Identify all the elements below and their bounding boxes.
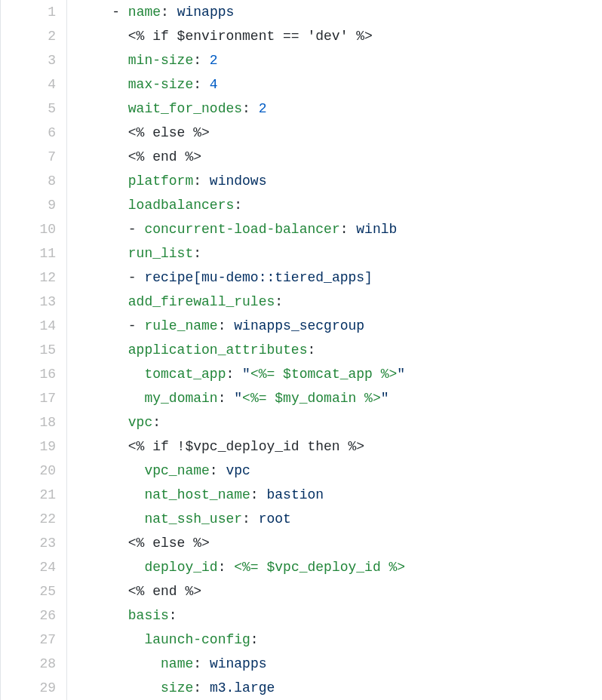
line-number: 8 <box>1 169 56 193</box>
code-token <box>250 511 259 527</box>
code-token <box>79 463 144 478</box>
code-line[interactable]: add_firewall_rules: <box>79 290 602 314</box>
code-token: : <box>250 487 259 502</box>
code-line[interactable]: - name: winapps <box>79 0 602 24</box>
line-number: 16 <box>1 362 56 386</box>
line-number: 17 <box>1 386 56 410</box>
code-line[interactable]: application_attributes: <box>79 338 602 362</box>
code-token: - <box>128 318 137 333</box>
code-viewer: 1234567891011121314151617181920212223242… <box>0 0 602 700</box>
code-token <box>79 246 128 261</box>
code-token: : <box>218 318 226 333</box>
code-token: <%= $vpc_deploy_id %> <box>234 560 405 575</box>
code-token <box>201 53 210 68</box>
code-token <box>349 222 357 237</box>
line-number: 2 <box>1 24 56 48</box>
code-line[interactable]: <% if !$vpc_deploy_id then %> <box>79 434 602 459</box>
code-line[interactable]: run_list: <box>79 241 602 266</box>
line-number: 14 <box>1 314 56 338</box>
code-line[interactable]: nat_host_name: bastion <box>79 483 602 507</box>
code-line[interactable]: launch-config: <box>79 628 602 652</box>
code-token: : <box>193 680 201 695</box>
code-token: run_list <box>128 246 193 261</box>
code-line[interactable]: my_domain: "<%= $my_domain %>" <box>79 386 602 410</box>
code-token: " <box>397 367 405 382</box>
code-token: : <box>169 608 177 623</box>
code-line[interactable]: - concurrent-load-balancer: winlb <box>79 217 602 241</box>
code-token: : <box>242 511 250 527</box>
code-token: : <box>193 656 201 671</box>
line-number: 20 <box>1 459 56 483</box>
code-token: : <box>234 198 242 213</box>
code-token <box>79 5 112 20</box>
code-line[interactable]: vpc_name: vpc <box>79 459 602 483</box>
code-line[interactable]: basis: <box>79 603 602 628</box>
code-token: vpc <box>128 415 152 430</box>
code-token: platform <box>128 173 193 189</box>
code-line[interactable]: <% end %> <box>79 145 602 169</box>
code-line[interactable]: deploy_id: <%= $vpc_deploy_id %> <box>79 555 602 579</box>
code-line[interactable]: - rule_name: winapps_secgroup <box>79 314 602 338</box>
code-line[interactable]: platform: windows <box>79 169 602 193</box>
code-line[interactable]: min-size: 2 <box>79 48 602 72</box>
code-line[interactable]: wait_for_nodes: 2 <box>79 97 602 121</box>
code-token: winapps_secgroup <box>234 318 364 333</box>
code-line[interactable]: size: m3.large <box>79 676 602 700</box>
code-token <box>201 656 210 671</box>
code-token: vpc <box>226 463 250 478</box>
line-number: 26 <box>1 603 56 628</box>
code-line[interactable]: <% if $environment == 'dev' %> <box>79 24 602 48</box>
code-token: loadbalancers <box>128 198 234 213</box>
code-token <box>79 511 144 527</box>
line-number: 25 <box>1 579 56 603</box>
code-token <box>79 391 144 406</box>
code-line[interactable]: nat_ssh_user: root <box>79 507 602 531</box>
code-token: rule_name <box>144 318 217 333</box>
code-token <box>137 318 145 333</box>
code-token: add_firewall_rules <box>128 294 275 309</box>
code-token: : <box>340 222 349 237</box>
code-line[interactable]: <% end %> <box>79 579 602 603</box>
code-token <box>234 367 242 382</box>
line-number: 29 <box>1 676 56 700</box>
code-token: max-size <box>128 77 193 92</box>
code-token: : <box>250 632 259 647</box>
code-line[interactable]: <% else %> <box>79 531 602 555</box>
code-token <box>79 101 128 116</box>
code-token: <% else %> <box>128 536 210 551</box>
code-line[interactable]: max-size: 4 <box>79 72 602 97</box>
code-line[interactable]: tomcat_app: "<%= $tomcat_app %>" <box>79 362 602 386</box>
code-token <box>79 487 144 502</box>
code-token <box>79 415 128 430</box>
code-token <box>79 367 144 382</box>
code-token: : <box>152 415 161 430</box>
code-token: 4 <box>210 77 218 92</box>
code-token <box>79 29 128 44</box>
code-token: winapps <box>210 656 267 671</box>
line-number: 4 <box>1 72 56 97</box>
line-number: 19 <box>1 434 56 459</box>
code-token: tomcat_app <box>144 367 226 382</box>
code-token: - <box>112 5 120 20</box>
code-line[interactable]: name: winapps <box>79 652 602 676</box>
line-number: 11 <box>1 241 56 266</box>
code-token: root <box>259 511 291 527</box>
code-line[interactable]: - recipe[mu-demo::tiered_apps] <box>79 266 602 290</box>
code-line[interactable]: vpc: <box>79 410 602 434</box>
code-token: winlb <box>356 222 397 237</box>
code-line[interactable]: loadbalancers: <box>79 193 602 217</box>
line-number: 24 <box>1 555 56 579</box>
code-token: winapps <box>177 5 235 20</box>
code-token <box>201 77 210 92</box>
code-line[interactable]: <% else %> <box>79 121 602 145</box>
line-number: 5 <box>1 97 56 121</box>
code-token: bastion <box>266 487 324 502</box>
code-token: <%= $tomcat_app %> <box>250 367 397 382</box>
line-number: 22 <box>1 507 56 531</box>
code-token: basis <box>128 608 169 623</box>
code-content[interactable]: - name: winapps <% if $environment == 'd… <box>67 0 602 700</box>
code-token <box>79 198 128 213</box>
code-token: : <box>193 246 201 261</box>
line-number: 10 <box>1 217 56 241</box>
code-token: nat_ssh_user <box>144 511 242 527</box>
